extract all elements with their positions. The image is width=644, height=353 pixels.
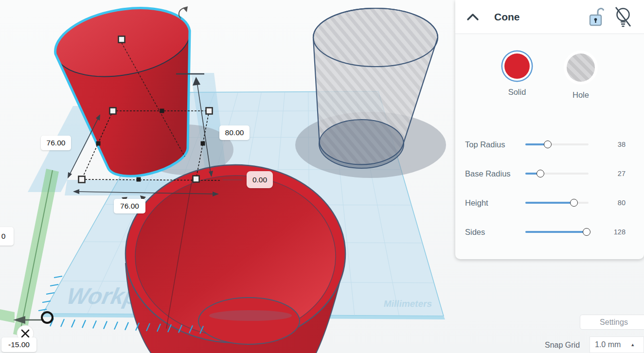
material-options: Solid Hole bbox=[455, 53, 644, 100]
inspector-header: Cone bbox=[455, 0, 644, 34]
slider-label: Base Radius bbox=[465, 169, 525, 178]
top-radius-slider[interactable] bbox=[525, 143, 589, 145]
viewport-3d[interactable]: Workplane Millimeters bbox=[0, 0, 455, 353]
slider-thumb[interactable] bbox=[583, 228, 590, 236]
corner-scale-handle bbox=[79, 176, 85, 183]
snap-grid-dropdown[interactable]: 1.0 mm ▲ bbox=[590, 336, 644, 353]
material-option-solid[interactable]: Solid bbox=[504, 53, 530, 100]
corner-scale-handle bbox=[193, 176, 199, 182]
edge-scale-handle bbox=[96, 141, 101, 146]
slider-row-height: Height 80 bbox=[455, 188, 644, 217]
height-scale-handle bbox=[119, 36, 125, 43]
hole-pattern-swatch[interactable] bbox=[567, 53, 595, 82]
slider-label: Height bbox=[465, 198, 525, 208]
material-option-hole[interactable]: Hole bbox=[567, 53, 595, 100]
slider-value: 128 bbox=[589, 228, 626, 236]
dimension-label-width-left[interactable]: 76.00 bbox=[41, 136, 71, 150]
slider-value: 27 bbox=[589, 170, 626, 177]
slider-row-top-radius: Top Radius 38 bbox=[455, 130, 644, 159]
edge-scale-handle bbox=[137, 177, 141, 182]
tinkercad-editor: Workplane Millimeters bbox=[0, 0, 644, 353]
dimension-label-width-bottom[interactable]: 76.00 bbox=[114, 199, 145, 213]
dimension-label-ruler-offset[interactable]: -15.00 bbox=[1, 337, 36, 352]
sides-slider[interactable] bbox=[525, 231, 589, 233]
snap-grid-value: 1.0 mm bbox=[595, 340, 621, 349]
hide-lightbulb-icon[interactable] bbox=[613, 6, 633, 28]
material-option-label: Solid bbox=[508, 88, 526, 97]
shape-inspector-panel: Cone Solid bbox=[455, 0, 644, 259]
caret-up-icon: ▲ bbox=[630, 342, 635, 347]
front-cone-inner-bottom bbox=[198, 298, 300, 344]
solid-color-swatch[interactable] bbox=[504, 53, 530, 79]
slider-value: 38 bbox=[589, 141, 626, 148]
collapse-chevron-icon[interactable] bbox=[466, 13, 480, 21]
slider-row-base-radius: Base Radius 27 bbox=[455, 159, 644, 188]
material-option-label: Hole bbox=[572, 90, 589, 100]
corner-scale-handle bbox=[110, 108, 116, 114]
slider-row-sides: Sides 128 bbox=[455, 217, 644, 247]
slider-thumb[interactable] bbox=[570, 199, 578, 207]
units-label: Millimeters bbox=[383, 299, 433, 309]
slider-thumb[interactable] bbox=[537, 170, 544, 177]
parameter-sliders: Top Radius 38 Base Radius 27 Height bbox=[455, 130, 644, 247]
height-slider[interactable] bbox=[525, 202, 589, 204]
lock-icon[interactable] bbox=[589, 6, 604, 28]
dimension-label-height[interactable]: 80.00 bbox=[219, 125, 250, 140]
slider-label: Top Radius bbox=[465, 140, 525, 149]
slider-thumb[interactable] bbox=[544, 141, 552, 148]
ruler-green-arm-left bbox=[0, 309, 15, 323]
snap-grid-label: Snap Grid bbox=[545, 341, 580, 350]
dimension-label-elevation[interactable]: 0.00 bbox=[247, 171, 273, 188]
base-radius-slider[interactable] bbox=[525, 173, 589, 175]
hole-cone-bottom bbox=[319, 120, 404, 168]
dimension-label-ruler-partial[interactable]: 0 bbox=[0, 227, 14, 246]
edge-scale-handle bbox=[160, 109, 164, 113]
shape-title: Cone bbox=[494, 11, 520, 23]
corner-scale-handle bbox=[206, 108, 213, 114]
slider-value: 80 bbox=[589, 199, 626, 207]
edge-scale-handle bbox=[201, 141, 205, 146]
slider-label: Sides bbox=[465, 228, 525, 237]
settings-button[interactable]: Settings bbox=[580, 315, 644, 330]
